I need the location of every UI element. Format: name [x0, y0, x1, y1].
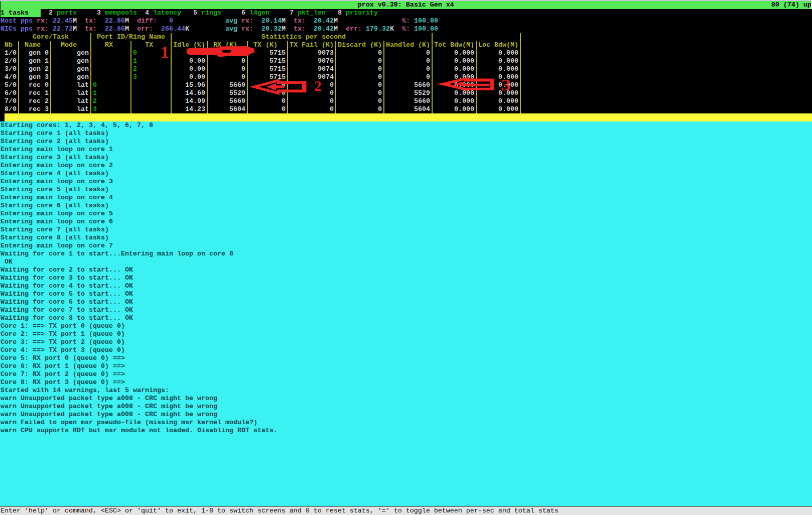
svg-text:1: 1 [161, 43, 169, 61]
svg-text:2: 2 [314, 78, 322, 94]
svg-text:3: 3 [501, 77, 511, 94]
